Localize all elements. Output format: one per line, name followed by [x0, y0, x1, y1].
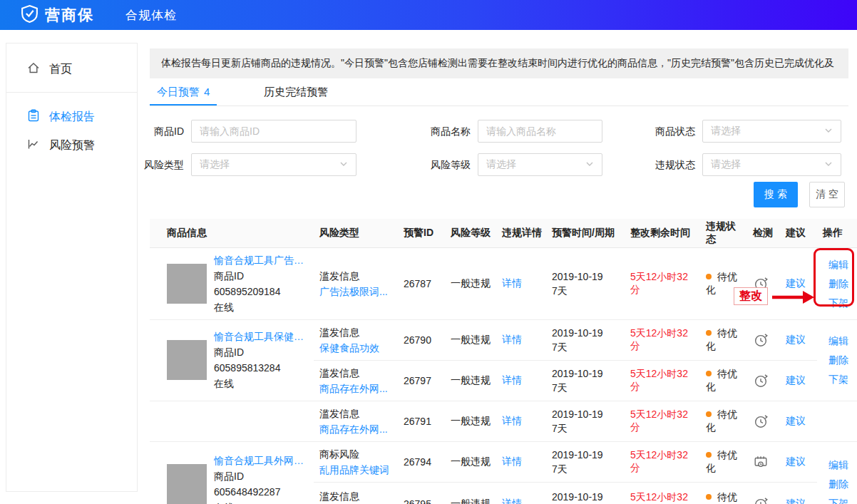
product-name-input[interactable]: [478, 120, 602, 143]
col-header-advice: 建议: [780, 219, 817, 247]
advice-link[interactable]: 建议: [786, 334, 806, 345]
product-id: 商品ID 605895813284: [214, 344, 311, 376]
tab-history-warning[interactable]: 历史完结预警: [257, 84, 335, 106]
product-online-status: 在线: [214, 500, 311, 504]
delete-link[interactable]: 删除: [828, 351, 854, 369]
takedown-link[interactable]: 下架: [828, 370, 854, 389]
detail-link[interactable]: 详情: [502, 334, 522, 345]
risk-detail-link[interactable]: 商品存在外网...: [319, 381, 395, 396]
risk-level: 一般违规: [445, 482, 496, 504]
operations: 编辑 删除 下架: [823, 456, 854, 504]
clock-history-icon[interactable]: [753, 373, 777, 389]
product-online-status: 在线: [214, 299, 311, 315]
detail-link[interactable]: 详情: [502, 374, 522, 386]
brand-name: 营商保: [45, 5, 94, 25]
detail-link[interactable]: 详情: [502, 498, 522, 504]
col-header-detect: 检测: [747, 219, 780, 247]
takedown-link[interactable]: 下架: [828, 294, 854, 312]
remaining-time: 5天12小时32分: [630, 327, 688, 351]
advice-link[interactable]: 建议: [786, 277, 806, 289]
delete-link[interactable]: 删除: [828, 274, 854, 293]
line-chart-icon: [26, 137, 41, 154]
takedown-link[interactable]: 下架: [828, 494, 854, 504]
violation-status-select[interactable]: 请选择: [702, 153, 841, 176]
product-thumbnail: [167, 264, 207, 304]
home-icon: [26, 61, 41, 78]
risk-type-select[interactable]: 请选择: [191, 153, 356, 176]
warn-id: 26787: [398, 247, 445, 319]
warn-id: 26794: [398, 441, 445, 482]
sidebar-item-label: 风险预警: [49, 138, 95, 153]
select-placeholder: 请选择: [711, 125, 824, 138]
product-title-link[interactable]: 愉音合规工具外网导购...: [214, 453, 311, 468]
sidebar-item-label: 体检报告: [49, 110, 95, 125]
risk-category: 滥发信息: [319, 488, 395, 504]
filter-label-violation-status: 违规状态: [649, 153, 695, 176]
remaining-time: 5天12小时32分: [630, 449, 688, 473]
clear-button[interactable]: 清 空: [809, 182, 845, 207]
search-button[interactable]: 搜 索: [754, 182, 798, 207]
status-dot: [706, 452, 712, 458]
risk-level: 一般违规: [445, 319, 496, 360]
operations: 编辑 删除 下架: [823, 255, 854, 312]
advice-link[interactable]: 建议: [786, 456, 806, 467]
chevron-down-icon: [824, 125, 833, 137]
risk-level: 一般违规: [445, 360, 496, 401]
status-dot: [706, 411, 712, 417]
col-header-operations: 操作: [817, 219, 857, 247]
detail-link[interactable]: 详情: [502, 415, 522, 426]
product-status-select[interactable]: 请选择: [702, 120, 841, 143]
warn-period: 7天: [552, 284, 622, 298]
risk-detail-link[interactable]: 广告法极限词...: [319, 284, 395, 299]
col-header-remaining-time: 整改剩余时间: [625, 219, 700, 247]
edit-link[interactable]: 编辑: [828, 456, 854, 474]
sidebar-item-report[interactable]: 体检报告: [6, 103, 137, 131]
col-header-warn-time: 预警时间/周期: [546, 219, 625, 247]
product-title-link[interactable]: 愉音合规工具广告法极...: [214, 252, 311, 268]
app-title: 合规体检: [125, 7, 177, 24]
col-header-risk-type: 风险类型: [314, 219, 398, 247]
product-name-input-field[interactable]: [486, 125, 594, 137]
table-row: 愉音合规工具广告法极... 商品ID 605895209184 在线 滥发信息 …: [150, 247, 857, 319]
risk-detail-link[interactable]: 乱用品牌关键词: [319, 462, 395, 478]
risk-level: 一般违规: [445, 441, 496, 482]
sidebar-item-risk[interactable]: 风险预警: [6, 131, 137, 160]
advice-link[interactable]: 建议: [786, 415, 806, 426]
clock-history-icon[interactable]: [753, 332, 777, 348]
risk-level: 一般违规: [445, 247, 496, 319]
warn-date: 2019-10-19: [552, 407, 622, 421]
filter-label-product-name: 商品名称: [424, 120, 471, 143]
product-title-link[interactable]: 愉音合规工具保健食品...: [214, 329, 311, 344]
warn-date: 2019-10-19: [552, 366, 622, 381]
col-header-violation-detail: 违规详情: [496, 219, 546, 247]
advice-link[interactable]: 建议: [786, 498, 806, 504]
sidebar-item-home[interactable]: 首页: [6, 55, 137, 83]
col-header-risk-level: 风险等级: [445, 219, 496, 247]
clock-history-icon[interactable]: [753, 413, 777, 429]
product-id-input-field[interactable]: [200, 125, 348, 137]
risk-detail-link[interactable]: 保健食品功效: [319, 340, 395, 356]
risk-detail-link[interactable]: 商品存在外网...: [319, 421, 395, 437]
detail-link[interactable]: 详情: [502, 456, 522, 467]
product-id-input[interactable]: [191, 120, 356, 143]
brand: 营商保: [20, 4, 94, 26]
detail-link[interactable]: 详情: [502, 277, 522, 289]
status-dot: [706, 494, 712, 500]
product-id: 商品ID 605648492287: [214, 468, 311, 500]
warn-date: 2019-10-19: [552, 490, 622, 504]
tab-today-warning[interactable]: 今日预警4: [150, 84, 217, 106]
edit-link[interactable]: 编辑: [828, 255, 854, 274]
risk-level: 一般违规: [445, 401, 496, 441]
table-row: 愉音合规工具保健食品... 商品ID 605895813284 在线 滥发信息 …: [150, 319, 857, 360]
product-info-empty: [150, 401, 314, 441]
remaining-time: 5天12小时32分: [630, 368, 688, 392]
delete-link[interactable]: 删除: [828, 475, 854, 493]
sidebar-item-label: 首页: [49, 62, 72, 77]
risk-level-select[interactable]: 请选择: [478, 153, 602, 176]
advice-link[interactable]: 建议: [786, 374, 806, 386]
risk-category: 商标风险: [319, 446, 395, 462]
annotation-label: 整改: [734, 287, 768, 305]
edit-link[interactable]: 编辑: [828, 331, 854, 350]
calendar-clock-icon[interactable]: [753, 454, 777, 470]
clock-history-icon[interactable]: [753, 496, 777, 504]
